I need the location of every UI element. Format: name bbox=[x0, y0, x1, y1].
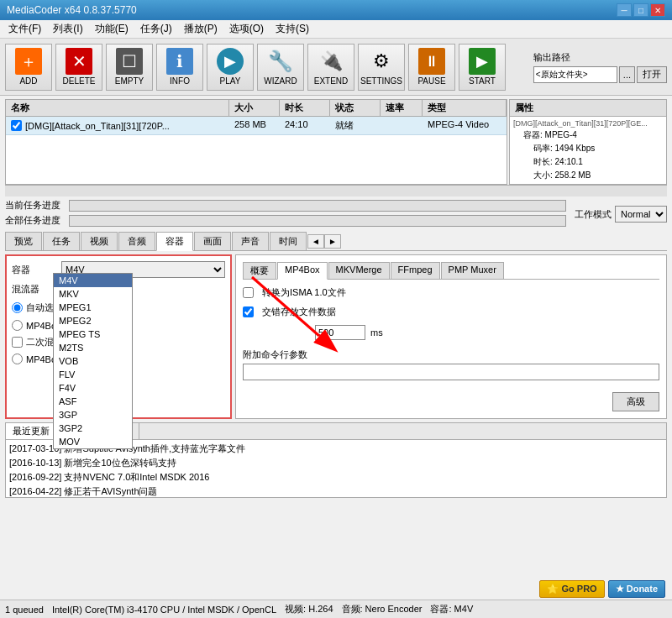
total-progress-label: 全部任务进度 bbox=[5, 214, 64, 227]
file-duration-cell: 24:10 bbox=[280, 118, 330, 133]
empty-button[interactable]: ☐ EMPTY bbox=[106, 44, 153, 91]
tab-time[interactable]: 时间 bbox=[270, 232, 307, 250]
tab-audio[interactable]: 音频 bbox=[118, 232, 155, 250]
dropdown-item-mov[interactable]: MOV bbox=[54, 435, 132, 448]
info-label: INFO bbox=[170, 76, 190, 86]
menu-list[interactable]: 列表(I) bbox=[48, 20, 87, 38]
menu-support[interactable]: 支持(S) bbox=[270, 20, 314, 38]
dropdown-item-mpeg1[interactable]: MPEG1 bbox=[54, 301, 132, 314]
container-panel: 容器 M4V MKV MPEG1 MPEG2 MPEG TS M2TS VOB … bbox=[5, 254, 232, 419]
file-checkbox[interactable] bbox=[11, 120, 22, 131]
prop-overhead: 总开销: 0.3% bbox=[513, 182, 663, 185]
tab-container[interactable]: 容器 bbox=[156, 232, 193, 251]
log-date-1: [2016-10-13] bbox=[9, 458, 61, 468]
isma-checkbox[interactable] bbox=[243, 287, 254, 298]
dropdown-item-mpeg2[interactable]: MPEG2 bbox=[54, 314, 132, 327]
work-mode-select[interactable]: Normal Fast HQ bbox=[615, 206, 667, 223]
output-path-area: 输出路径 ... 打开 bbox=[533, 51, 667, 83]
sub-tab-mp4box[interactable]: MP4Box bbox=[277, 262, 328, 280]
title-bar: MediaCoder x64 0.8.37.5770 ─ □ ✕ bbox=[0, 0, 672, 20]
info-button[interactable]: ℹ INFO bbox=[156, 44, 203, 91]
tab-picture[interactable]: 画面 bbox=[194, 232, 231, 250]
extend-button[interactable]: 🔌 EXTEND bbox=[307, 44, 354, 91]
delete-label: DELETE bbox=[63, 76, 96, 86]
dropdown-item-mkv[interactable]: MKV bbox=[54, 287, 132, 301]
duration-input[interactable] bbox=[315, 325, 365, 340]
progress-section: 当前任务进度 全部任务进度 bbox=[5, 199, 566, 229]
total-progress-row: 全部任务进度 bbox=[5, 214, 566, 227]
wizard-button[interactable]: 🔧 WIZARD bbox=[257, 44, 304, 91]
col-type: 类型 bbox=[423, 100, 507, 116]
file-list-scrollbar[interactable] bbox=[5, 185, 667, 196]
interleave-checkbox[interactable] bbox=[243, 306, 254, 317]
file-list-header: 名称 大小 时长 状态 速率 类型 bbox=[6, 100, 507, 117]
tab-sound[interactable]: 声音 bbox=[232, 232, 269, 250]
add-icon: ＋ bbox=[15, 48, 42, 75]
delete-button[interactable]: ✕ DELETE bbox=[55, 44, 102, 91]
properties-panel: 属性 [DMG][Attack_on_Titan][31][720P][GE..… bbox=[509, 99, 667, 185]
start-button[interactable]: ▶ START bbox=[459, 44, 506, 91]
dropdown-item-asf[interactable]: ASF bbox=[54, 395, 132, 408]
menu-options[interactable]: 选项(O) bbox=[224, 20, 269, 38]
donate-button[interactable]: ★ Donate bbox=[608, 580, 665, 598]
sub-tabs: 概要 MP4Box MKVMerge FFmpeg PMP Muxer bbox=[243, 262, 659, 280]
prop-duration: 时长: 24:10.1 bbox=[513, 155, 663, 169]
status-audio: 音频: Nero Encoder bbox=[342, 603, 423, 615]
dropdown-item-3gp2[interactable]: 3GP2 bbox=[54, 422, 132, 435]
cmd-input[interactable] bbox=[243, 364, 659, 380]
gopro-button[interactable]: ⭐ Go PRO bbox=[539, 580, 604, 598]
dropdown-item-m2ts[interactable]: M2TS bbox=[54, 341, 132, 354]
menu-function[interactable]: 功能(E) bbox=[90, 20, 134, 38]
right-panel: 概要 MP4Box MKVMerge FFmpeg PMP Muxer 转换为I… bbox=[235, 254, 667, 419]
log-tab-updates[interactable]: 最近更新 bbox=[6, 423, 57, 439]
tab-arrow-left[interactable]: ◄ bbox=[307, 234, 324, 249]
tab-video[interactable]: 视频 bbox=[81, 232, 118, 250]
list-item: [2016-09-22] 支持NVENC 7.0和Intel MSDK 2016 bbox=[9, 470, 663, 484]
menu-play[interactable]: 播放(P) bbox=[179, 20, 223, 38]
duration-unit: ms bbox=[370, 327, 383, 338]
tab-preview[interactable]: 预览 bbox=[5, 232, 42, 250]
play-button[interactable]: ▶ PLAY bbox=[207, 44, 254, 91]
file-type-cell: MPEG-4 Video bbox=[423, 118, 507, 133]
dropdown-item-m4v-selected[interactable]: M4V bbox=[54, 274, 132, 287]
delete-icon: ✕ bbox=[66, 48, 92, 75]
sub-tab-pmpmuxer[interactable]: PMP Muxer bbox=[441, 262, 504, 279]
pause-button[interactable]: ⏸ PAUSE bbox=[408, 44, 455, 91]
dropdown-item-vob[interactable]: VOB bbox=[54, 354, 132, 368]
menu-task[interactable]: 任务(J) bbox=[135, 20, 177, 38]
extend-label: EXTEND bbox=[314, 76, 349, 86]
table-row[interactable]: [DMG][Attack_on_Titan][31][720P... 258 M… bbox=[6, 117, 507, 135]
dropdown-item-mpegts[interactable]: MPEG TS bbox=[54, 327, 132, 341]
total-progress-bar bbox=[69, 215, 566, 227]
mp4box-radio1[interactable] bbox=[12, 320, 23, 331]
list-item: [2016-10-13] 新增完全10位色深转码支持 bbox=[9, 456, 663, 470]
auto-select-radio[interactable] bbox=[12, 302, 23, 313]
output-browse-button[interactable]: ... bbox=[619, 66, 635, 83]
dropdown-item-flv[interactable]: FLV bbox=[54, 368, 132, 381]
second-mix-checkbox[interactable] bbox=[12, 337, 23, 348]
donate-label: Donate bbox=[627, 584, 658, 594]
wizard-label: WIZARD bbox=[264, 76, 297, 86]
sub-tab-mkvmerge[interactable]: MKVMerge bbox=[328, 262, 390, 279]
tab-arrow-right[interactable]: ► bbox=[324, 234, 341, 249]
log-text-1: 新增完全10位色深转码支持 bbox=[64, 458, 176, 468]
isma-label: 转换为ISMA 1.0文件 bbox=[262, 286, 346, 299]
menu-file[interactable]: 文件(F) bbox=[3, 20, 46, 38]
status-queue: 1 queued bbox=[5, 605, 44, 615]
output-path-row: ... 打开 bbox=[533, 66, 667, 83]
sub-tab-ffmpeg[interactable]: FFmpeg bbox=[391, 262, 440, 279]
dropdown-item-f4v[interactable]: F4V bbox=[54, 381, 132, 395]
dropdown-item-3gp[interactable]: 3GP bbox=[54, 408, 132, 422]
output-path-input[interactable] bbox=[533, 66, 617, 83]
advanced-button[interactable]: 高级 bbox=[612, 392, 659, 411]
add-button[interactable]: ＋ ADD bbox=[5, 44, 52, 91]
tab-task[interactable]: 任务 bbox=[43, 232, 80, 250]
sub-tab-overview[interactable]: 概要 bbox=[243, 262, 276, 279]
minimize-button[interactable]: ─ bbox=[617, 3, 632, 17]
maximize-button[interactable]: □ bbox=[633, 3, 648, 17]
mp4box-radio2[interactable] bbox=[12, 354, 23, 364]
close-button[interactable]: ✕ bbox=[650, 3, 665, 17]
col-status: 状态 bbox=[330, 100, 381, 116]
output-open-button[interactable]: 打开 bbox=[637, 66, 667, 83]
settings-button[interactable]: ⚙ SETTINGS bbox=[358, 44, 405, 91]
